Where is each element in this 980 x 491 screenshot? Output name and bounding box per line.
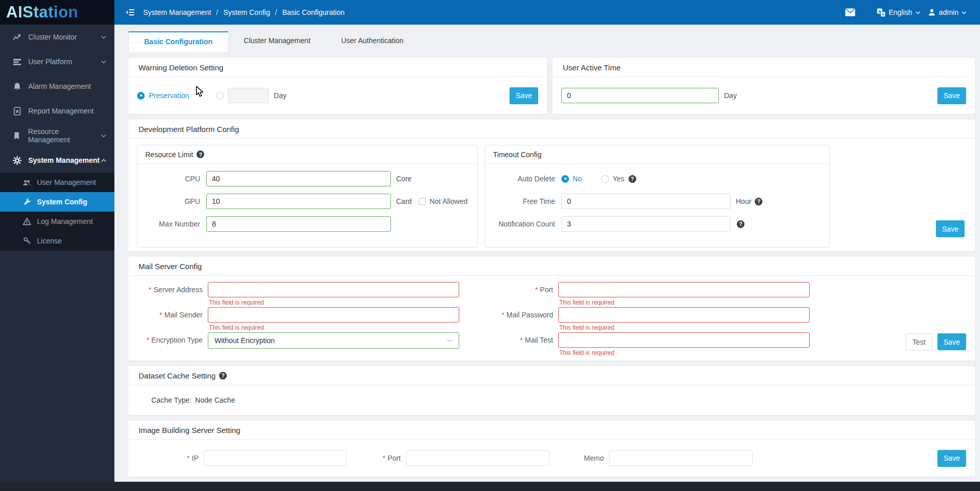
- encryption-type-label: *Encryption Type: [137, 332, 203, 344]
- hour-unit-label: Hour: [736, 197, 751, 205]
- card-title: Dataset Cache Setting ?: [128, 366, 975, 385]
- submenu-item-system-config[interactable]: System Config: [0, 192, 114, 212]
- image-building-save-button[interactable]: Save: [937, 450, 966, 467]
- submenu-item-license[interactable]: License: [0, 231, 114, 251]
- development-platform-save-button[interactable]: Save: [936, 220, 965, 237]
- sidebar-item-label: Alarm Management: [28, 82, 91, 90]
- tab-basic-configuration[interactable]: Basic Configuration: [128, 31, 228, 52]
- help-icon[interactable]: ?: [737, 220, 744, 228]
- sidebar-item-cluster-monitor[interactable]: Cluster Monitor: [0, 25, 114, 49]
- gpu-row: GPU Card Not Allowed: [138, 194, 470, 209]
- image-building-body: *IP *Port Memo Save: [128, 440, 975, 477]
- mail-test-label: *Mail Test: [459, 332, 553, 344]
- notification-count-input[interactable]: [561, 216, 731, 232]
- mouse-cursor: [195, 86, 204, 98]
- translate-icon: Aa: [877, 8, 886, 17]
- auto-delete-yes-radio[interactable]: [601, 175, 609, 183]
- line-chart-icon: [12, 32, 22, 42]
- encryption-type-select[interactable]: Without Encryption: [208, 332, 459, 349]
- collapse-sidebar-icon[interactable]: [126, 8, 135, 16]
- mail-icon[interactable]: [845, 8, 855, 16]
- resource-limit-header: Resource Limit ?: [138, 145, 477, 164]
- mail-row-3: *Encryption Type Without Encryption *Mai…: [137, 332, 966, 357]
- mail-sender-error: This field is required: [208, 323, 459, 332]
- free-time-input[interactable]: [561, 194, 731, 209]
- mail-test-input[interactable]: [558, 332, 810, 348]
- bottom-bar: [0, 482, 980, 491]
- auto-delete-no-radio[interactable]: [561, 175, 569, 183]
- breadcrumb-item[interactable]: System Config: [223, 8, 270, 16]
- mail-test-error: This field is required: [558, 348, 810, 357]
- memo-input[interactable]: [609, 450, 753, 466]
- warning-deletion-save-button[interactable]: Save: [509, 87, 538, 104]
- warning-deletion-body: Preservation Day Save: [128, 77, 547, 114]
- cpu-input[interactable]: [206, 171, 391, 186]
- submenu-item-label: System Config: [37, 198, 87, 206]
- help-icon[interactable]: ?: [629, 175, 636, 183]
- submenu-item-log-management[interactable]: Log Management: [0, 212, 114, 231]
- tab-cluster-management[interactable]: Cluster Management: [228, 31, 326, 52]
- sidebar-item-alarm-management[interactable]: Alarm Management: [0, 74, 114, 99]
- warning-days-input[interactable]: [228, 88, 269, 103]
- delete-after-radio[interactable]: [216, 92, 224, 100]
- cache-type-value: Node Cache: [195, 396, 235, 404]
- port-input[interactable]: [558, 282, 810, 297]
- user-active-time-card: User Active Time Day Save: [553, 58, 975, 114]
- encryption-type-value: Without Encryption: [214, 336, 275, 345]
- app-logo-text: AIStation: [6, 3, 79, 22]
- ib-port-input[interactable]: [406, 450, 550, 466]
- server-stack-icon: [12, 57, 22, 66]
- mail-password-input[interactable]: [558, 307, 810, 323]
- gpu-input[interactable]: [206, 194, 391, 209]
- card-unit-label: Card: [396, 197, 411, 205]
- notification-count-row: Notification Count ?: [485, 216, 822, 232]
- user-active-time-input[interactable]: [561, 88, 719, 103]
- sidebar-item-system-management[interactable]: System Management: [0, 148, 114, 173]
- max-number-input[interactable]: [206, 216, 391, 232]
- user-active-time-title: User Active Time: [563, 63, 621, 72]
- card-title: User Active Time: [553, 58, 975, 77]
- resource-limit-box: Resource Limit ? CPU Core GPU: [137, 145, 478, 248]
- user-active-time-save-button[interactable]: Save: [937, 87, 966, 104]
- sidebar-item-report-management[interactable]: Report Management: [0, 99, 114, 123]
- mail-buttons: Test Save: [906, 333, 966, 350]
- chevron-down-icon: [101, 35, 106, 39]
- sidebar-item-user-platform[interactable]: User Platform: [0, 49, 114, 74]
- mail-server-body: *Server Address This field is required *…: [128, 276, 975, 361]
- help-icon[interactable]: ?: [219, 372, 227, 380]
- not-allowed-label: Not Allowed: [429, 197, 467, 205]
- not-allowed-checkbox[interactable]: [419, 198, 426, 205]
- ib-port-label: *Port: [346, 454, 401, 462]
- image-building-card: Image Building Server Setting *IP *Port …: [128, 421, 975, 477]
- mail-password-label: *Mail Password: [459, 307, 553, 319]
- breadcrumb-item[interactable]: System Management: [143, 8, 211, 16]
- sidebar: AIStation Cluster Monitor User Platform: [0, 0, 114, 482]
- language-selector[interactable]: Aa English: [877, 8, 920, 17]
- breadcrumb-item[interactable]: Basic Configuration: [282, 8, 344, 16]
- chevron-down-icon: [101, 60, 106, 64]
- mail-server-title: Mail Server Config: [139, 262, 202, 271]
- ip-input[interactable]: [204, 450, 346, 466]
- preservation-label: Preservation: [149, 91, 189, 100]
- user-menu[interactable]: admin: [928, 8, 967, 16]
- help-icon[interactable]: ?: [197, 150, 204, 158]
- auto-delete-no-label: No: [573, 175, 582, 183]
- server-address-input[interactable]: [208, 282, 459, 297]
- mail-password-error: This field is required: [558, 323, 810, 332]
- system-management-submenu: User Management System Config Log Manage…: [0, 173, 114, 251]
- mail-row-2: *Mail Sender This field is required *Mai…: [137, 307, 966, 332]
- sidebar-item-label: Cluster Monitor: [28, 33, 77, 41]
- sidebar-item-resource-management[interactable]: Resource Management: [0, 123, 114, 148]
- card-title: Image Building Server Setting: [128, 421, 975, 440]
- card-title: Development Platform Config: [128, 120, 975, 139]
- tab-user-authentication[interactable]: User Authentication: [326, 31, 419, 52]
- preservation-radio[interactable]: [137, 92, 145, 100]
- mail-test-button[interactable]: Test: [906, 333, 932, 350]
- submenu-item-user-management[interactable]: User Management: [0, 173, 114, 192]
- help-icon[interactable]: ?: [755, 198, 762, 205]
- mail-save-button[interactable]: Save: [937, 333, 966, 350]
- mail-sender-input[interactable]: [208, 307, 459, 323]
- main-area: System Management / System Config / Basi…: [114, 0, 980, 482]
- breadcrumb-separator: /: [275, 8, 277, 16]
- notification-count-label: Notification Count: [485, 220, 555, 228]
